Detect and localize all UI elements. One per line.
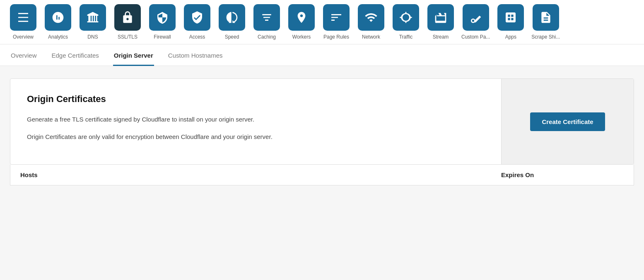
workers-icon [288,4,315,31]
nav-item-dns[interactable]: DNS [76,4,109,44]
origin-certificates-card: Origin Certificates Generate a free TLS … [10,78,634,165]
nav-label-speed: Speed [225,34,239,40]
nav-item-scrape-shield[interactable]: Scrape Shi... [529,4,562,44]
traffic-icon [393,4,419,31]
nav-item-stream[interactable]: Stream [424,4,457,44]
card-description-2: Origin Certificates are only valid for e… [27,132,485,142]
nav-item-firewall[interactable]: Firewall [146,4,179,44]
nav-label-page-rules: Page Rules [323,34,349,40]
nav-label-scrape-shield: Scrape Shi... [531,34,560,40]
nav-label-access: Access [189,34,205,40]
nav-label-firewall: Firewall [154,34,171,40]
speed-icon [219,4,245,31]
create-certificate-button[interactable]: Create Certificate [530,112,605,131]
nav-item-workers[interactable]: Workers [285,4,318,44]
table-header: Hosts Expires On [10,165,634,185]
nav-label-workers: Workers [292,34,311,40]
main-content: Origin Certificates Generate a free TLS … [0,66,644,198]
nav-label-traffic: Traffic [399,34,413,40]
nav-label-overview: Overview [13,34,34,40]
apps-icon [497,4,524,31]
tab-origin-server[interactable]: Origin Server [113,44,154,66]
sub-tabs: Overview Edge Certificates Origin Server… [0,44,644,66]
nav-item-page-rules[interactable]: Page Rules [320,4,353,44]
custom-pages-icon [463,4,489,31]
dns-icon [80,4,106,31]
caching-icon [253,4,280,31]
tab-custom-hostnames[interactable]: Custom Hostnames [167,44,224,66]
nav-label-stream: Stream [433,34,449,40]
column-expires: Expires On [491,171,624,178]
card-left-panel: Origin Certificates Generate a free TLS … [10,79,501,164]
card-right-panel: Create Certificate [501,79,634,164]
nav-item-analytics[interactable]: Analytics [41,4,75,44]
nav-label-custom-pages: Custom Pa... [461,34,490,40]
tab-edge-certificates[interactable]: Edge Certificates [51,44,100,66]
nav-label-network: Network [362,34,380,40]
nav-item-speed[interactable]: Speed [215,4,248,44]
nav-item-apps[interactable]: Apps [494,4,527,44]
nav-label-dns: DNS [87,34,98,40]
card-title: Origin Certificates [27,94,485,105]
nav-item-overview[interactable]: Overview [7,4,40,44]
page-rules-icon [323,4,350,31]
network-icon [358,4,384,31]
nav-label-caching: Caching [258,34,276,40]
nav-item-traffic[interactable]: Traffic [389,4,422,44]
nav-label-ssl-tls: SSL/TLS [118,34,137,40]
stream-icon [427,4,454,31]
nav-item-network[interactable]: Network [355,4,388,44]
nav-item-caching[interactable]: Caching [250,4,283,44]
firewall-icon [149,4,176,31]
overview-icon [10,4,36,31]
access-icon [184,4,210,31]
card-description-1: Generate a free TLS certificate signed b… [27,114,485,124]
nav-label-analytics: Analytics [48,34,68,40]
column-hosts: Hosts [20,171,491,178]
nav-item-access[interactable]: Access [181,4,214,44]
top-navigation: Overview Analytics DNS SSL/TLS Firewall … [0,0,644,44]
scrape-shield-icon [533,4,559,31]
nav-item-ssl-tls[interactable]: SSL/TLS [111,4,144,44]
analytics-icon [45,4,71,31]
lock-icon [114,4,141,31]
nav-label-apps: Apps [505,34,516,40]
tab-overview[interactable]: Overview [10,44,38,66]
nav-item-custom-pages[interactable]: Custom Pa... [459,4,492,44]
